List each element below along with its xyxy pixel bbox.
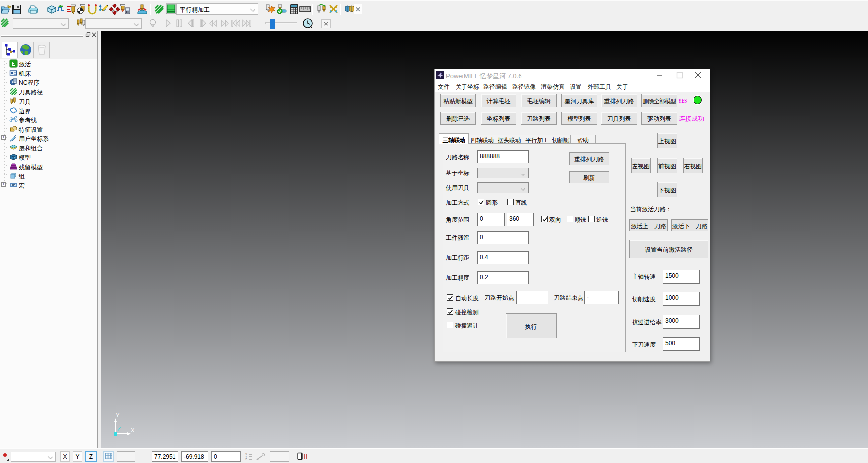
svg-text:Z: Z bbox=[117, 426, 121, 433]
svg-text:Y: Y bbox=[116, 412, 120, 418]
svg-text:X: X bbox=[131, 427, 135, 433]
